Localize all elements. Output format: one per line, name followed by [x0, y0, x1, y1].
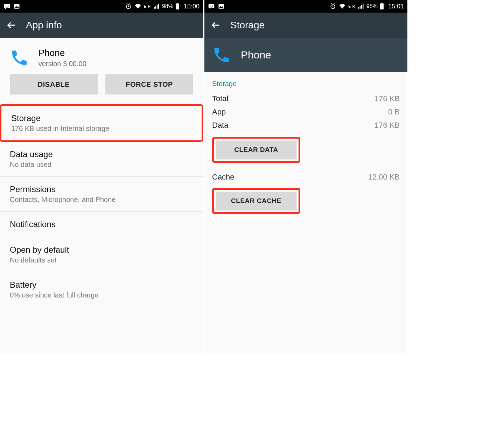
list-item-storage[interactable]: Storage 176 KB used in Internal storage [0, 104, 203, 142]
list-item-title: Permissions [10, 184, 193, 194]
list-item-data-usage[interactable]: Data usage No data used [0, 142, 203, 177]
row-value: 12.00 KB [368, 173, 400, 182]
row-cache: Cache 12.00 KB [204, 166, 407, 183]
screen-app-info: E R 98% 15:00 App info Phone version 3.0… [0, 0, 203, 353]
row-label: Data [212, 121, 228, 130]
clear-data-wrap: CLEAR DATA [204, 132, 407, 166]
action-buttons-row: DISABLE FORCE STOP [0, 74, 203, 104]
list-item-title: Storage [11, 113, 192, 123]
battery-percent: 98% [162, 3, 173, 9]
list-item-notifications[interactable]: Notifications [0, 212, 203, 237]
sms-notification-icon [208, 3, 215, 10]
svg-point-8 [210, 6, 211, 7]
clear-cache-button[interactable]: CLEAR CACHE [216, 192, 296, 210]
network-type-label: E R [348, 5, 355, 8]
wifi-icon [134, 3, 142, 10]
list-item-subtitle: No data used [10, 161, 193, 169]
list-item-subtitle: No defaults set [10, 256, 193, 264]
list-item-title: Battery [10, 280, 193, 290]
row-label: Cache [212, 173, 234, 182]
svg-rect-6 [177, 3, 178, 4]
sms-notification-icon [4, 3, 10, 10]
battery-icon [175, 3, 180, 10]
action-bar: App info [0, 13, 203, 38]
alarm-icon [329, 3, 336, 10]
list-item-battery[interactable]: Battery 0% use since last full charge [0, 272, 203, 307]
force-stop-button[interactable]: FORCE STOP [105, 74, 193, 94]
signal-icon [153, 3, 160, 10]
svg-rect-13 [381, 3, 383, 4]
svg-rect-10 [219, 4, 224, 8]
row-total: Total 176 KB [204, 92, 407, 105]
list-item-permissions[interactable]: Permissions Contacts, Microphone, and Ph… [0, 177, 203, 212]
highlight-box: CLEAR CACHE [212, 188, 300, 214]
clock-label: 15:00 [184, 3, 200, 10]
clear-data-button[interactable]: CLEAR DATA [216, 141, 296, 159]
clear-cache-wrap: CLEAR CACHE [204, 183, 407, 217]
phone-app-icon [212, 46, 231, 64]
page-title: Storage [230, 20, 265, 31]
action-bar: Storage [204, 13, 407, 38]
status-bar: E R 98% 15:01 [204, 0, 407, 13]
row-value: 0 B [388, 107, 400, 117]
list-item-subtitle: 0% use since last full charge [10, 291, 193, 299]
list-item-title: Data usage [10, 149, 193, 159]
svg-rect-3 [14, 4, 20, 8]
list-item-title: Notifications [10, 219, 193, 229]
svg-point-2 [8, 6, 9, 7]
battery-icon [380, 3, 384, 10]
row-value: 176 KB [374, 94, 400, 103]
row-label: Total [212, 94, 228, 103]
app-name: Phone [38, 48, 86, 58]
battery-percent: 98% [366, 3, 378, 9]
signal-icon [357, 3, 364, 10]
list-item-subtitle: 176 KB used in Internal storage [11, 125, 192, 133]
page-title: App info [26, 20, 62, 31]
back-arrow-icon[interactable] [6, 20, 16, 30]
clock-label: 15:01 [388, 3, 404, 10]
back-arrow-icon[interactable] [211, 20, 220, 30]
row-label: App [212, 107, 226, 117]
section-label-storage: Storage [204, 72, 407, 92]
svg-point-9 [212, 6, 213, 7]
app-header: Phone version 3.00.00 [0, 38, 203, 74]
app-name: Phone [241, 49, 271, 61]
wifi-icon [338, 3, 346, 10]
svg-rect-12 [380, 4, 384, 9]
row-value: 176 KB [374, 121, 400, 130]
row-app: App 0 B [204, 105, 407, 119]
highlight-box: CLEAR DATA [212, 137, 300, 163]
app-version: version 3.00.00 [38, 60, 86, 68]
screen-storage: E R 98% 15:01 Storage Phone Storage Tota… [204, 0, 407, 353]
list-item-open-by-default[interactable]: Open by default No defaults set [0, 237, 203, 272]
status-bar: E R 98% 15:00 [0, 0, 203, 13]
picture-notification-icon [13, 3, 20, 10]
alarm-icon [125, 3, 132, 10]
list-item-title: Open by default [10, 245, 193, 255]
disable-button[interactable]: DISABLE [10, 74, 98, 94]
network-type-label: E R [144, 5, 151, 8]
svg-point-1 [5, 6, 6, 7]
svg-rect-5 [176, 4, 179, 9]
app-banner: Phone [204, 38, 407, 72]
row-data: Data 176 KB [204, 119, 407, 132]
settings-list: Storage 176 KB used in Internal storage … [0, 104, 203, 307]
list-item-subtitle: Contacts, Microphone, and Phone [10, 196, 193, 204]
phone-app-icon [10, 48, 29, 67]
picture-notification-icon [218, 3, 225, 10]
